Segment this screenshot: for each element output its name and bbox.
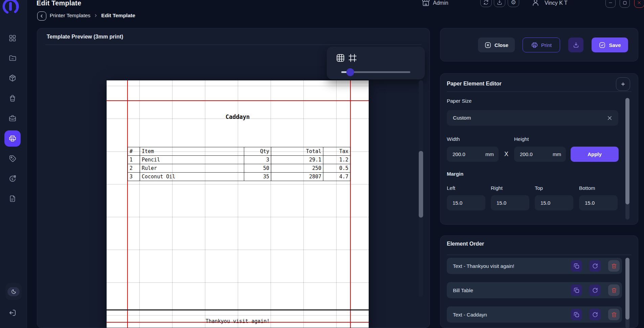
app-window: $ Edit Template Printer Templates Edit T… [0,0,644,328]
preview-scrollbar-thumb[interactable] [419,151,423,218]
maximize-button[interactable] [620,0,630,8]
document-icon [8,195,17,203]
breadcrumb-printer-templates[interactable]: Printer Templates [50,12,90,19]
bill-table: # Item Qty Total Tax 1 Pencil 3 29.1 1.2… [128,147,350,181]
paper-preview[interactable]: Caddayn # Item Qty Total Tax 1 Pencil 3 … [107,80,369,328]
grid-toggle[interactable] [336,53,345,62]
frame-icon [348,53,357,62]
user-name[interactable]: Vincy K T [545,0,568,6]
add-element-button[interactable] [616,77,630,91]
breadcrumb-edit-template: Edit Template [101,12,135,19]
table-row: 1 Pencil 3 29.1 1.2 [128,156,350,164]
duplicate-button[interactable] [571,284,582,296]
editor-scrollbar-thumb[interactable] [625,98,629,204]
height-label: Height [514,136,529,142]
margin-top-wrap [535,195,573,210]
duplicate-button[interactable] [571,309,582,320]
list-item[interactable]: Bill Table [447,282,622,298]
delete-button[interactable] [608,260,620,272]
col-header: Qty [244,147,271,156]
sidebar-item-products[interactable] [4,70,21,86]
margin-bottom-input[interactable] [579,200,618,206]
apply-button[interactable]: Apply [571,147,619,162]
printer-icon [531,42,538,49]
tag-icon [8,154,17,162]
trash-icon [611,263,617,269]
sidebar-item-files[interactable] [4,50,21,66]
apply-button-label: Apply [588,151,602,157]
margin-section-label: Margin [447,171,463,177]
rotate-button[interactable] [589,260,601,272]
minimize-button[interactable] [605,0,616,8]
margin-left-input[interactable] [447,200,485,206]
rotate-button[interactable] [589,309,601,320]
sidebar-item-business[interactable] [4,110,21,126]
cell: Pencil [140,156,244,164]
cell: Coconut Oil [140,173,244,181]
close-button-label: Close [495,42,508,48]
margin-bottom-wrap [579,195,618,210]
sidebar-item-purchases[interactable] [4,90,21,106]
paper-footer-text: Thankyou visit again! [107,318,369,324]
duplicate-icon [573,287,580,294]
sidebar-item-tags[interactable] [4,150,21,167]
theme-toggle[interactable] [5,283,22,300]
height-input-wrap: mm [514,147,566,162]
margin-right-input[interactable] [491,200,529,206]
clear-icon[interactable] [606,115,613,121]
cell: 1 [128,156,140,164]
check-square-icon [599,42,606,49]
actions-panel: Close Print Save [440,28,638,61]
folder-icon [8,54,17,62]
cell: 35 [244,173,271,181]
export-button[interactable] [494,0,505,7]
paper-size-select[interactable]: Custom [447,110,618,126]
cell: Ruler [140,164,244,173]
theme-pill [7,287,20,296]
sidebar-item-dashboard[interactable] [4,30,21,46]
breadcrumb-back-button[interactable] [37,11,46,21]
print-button[interactable]: Print [523,37,560,52]
save-button[interactable]: Save [592,37,628,52]
sidebar-item-reports[interactable] [4,191,21,207]
cell: 3 [128,173,140,181]
sidebar-item-printer-templates[interactable] [4,130,21,147]
order-scrollbar-thumb[interactable] [625,258,629,320]
rotate-icon [592,263,598,269]
dashboard-icon [8,34,17,42]
moon-icon [11,289,17,295]
admin-label[interactable]: Admin [433,0,448,6]
margin-top-input[interactable] [535,200,573,206]
preview-toolbar [327,47,425,79]
logout-icon [8,308,17,317]
paper-size-label: Paper Size [447,98,472,104]
grid-icon [336,53,345,62]
col-header: # [128,147,140,156]
close-window-button[interactable] [634,0,644,8]
duplicate-icon [573,263,580,269]
close-button[interactable]: Close [478,37,515,52]
sidebar-item-transactions[interactable]: $ [4,171,21,187]
divider [447,92,631,92]
list-item[interactable]: Text - Caddayn [447,306,622,323]
duplicate-button[interactable] [571,260,582,272]
chevron-right-icon [94,14,98,18]
width-input[interactable] [447,151,485,157]
col-header: Item [140,147,244,156]
delete-button[interactable] [608,284,620,296]
frame-toggle[interactable] [348,53,357,62]
paper-size-value: Custom [453,115,471,121]
sync-button[interactable] [480,0,492,7]
logout-button[interactable] [4,305,21,321]
table-header-row: # Item Qty Total Tax [128,147,350,156]
list-item[interactable]: Text - Thankyou visit again! [447,258,622,274]
cell: 29.1 [271,156,323,164]
rotate-button[interactable] [589,284,601,296]
height-input[interactable] [514,151,553,157]
zoom-slider-thumb[interactable] [346,68,354,76]
settings-button[interactable]: ⚙ [508,0,519,7]
chevron-left-icon [40,14,44,18]
download-template-button[interactable] [568,37,583,52]
rotate-icon [592,287,598,294]
delete-button[interactable] [608,309,620,320]
